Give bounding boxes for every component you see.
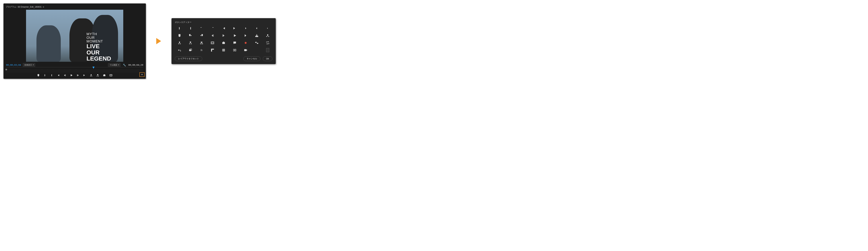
comparison-icon[interactable] [232,48,237,52]
lift-icon[interactable] [177,41,182,45]
panel-menu-icon[interactable]: ≡ [43,5,44,8]
play-in-to-out-icon[interactable] [243,33,248,38]
go-prev-edit-icon[interactable] [254,26,259,30]
overlay-line: OUR [87,36,111,39]
spacer [254,48,259,52]
add-marker-icon[interactable] [37,74,40,77]
clear-out-icon[interactable] [210,26,215,30]
duration-timecode: 00;00;04;29 [128,64,143,66]
mark-in-icon[interactable] [177,26,182,30]
safe-margins-icon[interactable] [210,41,215,45]
svg-rect-5 [255,42,256,43]
program-title-prefix: プログラム: [6,5,17,8]
ok-button[interactable]: OK [263,56,272,61]
program-viewer[interactable]: MYTH OUR MOMENT LIVE OUR LEGEND [5,10,145,62]
go-to-in-icon[interactable] [57,74,60,77]
vr-video-icon[interactable] [243,48,248,52]
extract-icon[interactable] [188,41,193,45]
step-forward-icon[interactable] [76,74,80,77]
program-monitor: プログラム: 00 Dreamer_Edit_180831 ≡ MYTH OUR… [3,3,146,79]
quality-dropdown[interactable]: フル画質 [108,63,121,67]
current-timecode[interactable]: 00;00;03;04 [6,64,21,66]
export-clip-icon[interactable] [254,33,259,38]
cancel-button[interactable]: キャンセル [243,56,260,61]
step-back-icon[interactable] [210,33,215,38]
transport-bar: + [5,72,145,77]
go-to-out-icon[interactable] [232,26,237,30]
go-to-out-icon[interactable] [83,74,86,77]
comment-icon[interactable] [232,41,237,45]
ruler-icon[interactable] [210,48,215,52]
go-to-in-icon[interactable] [221,26,226,30]
svg-rect-6 [257,43,258,44]
svg-rect-3 [212,42,214,43]
play-icon[interactable] [232,33,237,38]
svg-rect-9 [244,49,247,51]
lift-icon[interactable] [90,74,93,77]
overlay-line-big: LIVE [87,43,111,50]
video-text-overlay: MYTH OUR MOMENT LIVE OUR LEGEND [87,32,111,62]
button-editor-footer: レイアウトをリセット キャンセル OK [175,56,272,61]
overlay-line-big: LEGEND [87,56,111,62]
program-titlebar: プログラム: 00 Dreamer_Edit_180831 ≡ [5,5,145,10]
button-editor-open[interactable]: + [140,72,145,77]
next-marker-icon[interactable] [188,33,193,38]
program-ruler[interactable] [6,67,143,72]
button-editor-grid: fx [175,26,272,52]
overlay-line: MOMENT [87,39,111,43]
mark-in-icon[interactable] [43,74,46,77]
clear-in-icon[interactable] [199,26,204,30]
multicam-icon[interactable] [188,48,193,52]
overlay-line: MYTH [87,32,111,36]
export-frame-icon[interactable] [221,41,226,45]
svg-rect-1 [110,75,112,76]
step-forward-icon[interactable] [221,33,226,38]
play-icon[interactable] [70,74,73,77]
loop-icon[interactable] [265,41,270,45]
extract-icon[interactable] [96,74,99,77]
add-marker-icon[interactable] [177,33,182,38]
ruler-ticks [6,67,143,72]
settings-wrench-icon[interactable]: 🔧 [123,64,126,66]
proxy-toggle-icon[interactable] [254,41,259,45]
safe-margins-icon[interactable] [110,74,113,77]
insert-clip-icon[interactable] [265,33,270,38]
program-sequence-name: 00 Dreamer_Edit_180831 [18,6,41,8]
play-around-icon[interactable] [265,26,270,30]
viewer-frame: MYTH OUR MOMENT LIVE OUR LEGEND [26,10,123,62]
mark-out-icon[interactable] [188,26,193,30]
flow-arrow-icon [156,38,161,44]
export-frame-icon[interactable] [103,74,106,77]
grid-snap-icon[interactable] [221,48,226,52]
step-back-icon[interactable] [63,74,66,77]
go-next-edit-icon[interactable] [243,26,248,30]
button-editor-panel: ボタンエディター fx [172,18,276,64]
mark-out-icon[interactable] [50,74,53,77]
fx-icon[interactable]: fx [199,48,204,52]
prev-marker-icon[interactable] [199,33,204,38]
svg-point-4 [245,42,247,44]
button-editor-title: ボタンエディター [175,21,272,24]
empty-slot[interactable] [265,48,270,52]
reset-layout-button[interactable]: レイアウトをリセット [175,56,202,61]
record-icon[interactable] [243,41,248,45]
overwrite-icon[interactable] [199,41,204,45]
zoom-dropdown[interactable]: 全体表示 [23,63,35,67]
undo-icon[interactable] [177,48,182,52]
silhouette [36,25,61,62]
overlay-line-big: OUR [87,50,111,56]
monitor-info-row: 00;00;03;04 全体表示 フル画質 🔧 00;00;04;29 [5,62,145,67]
